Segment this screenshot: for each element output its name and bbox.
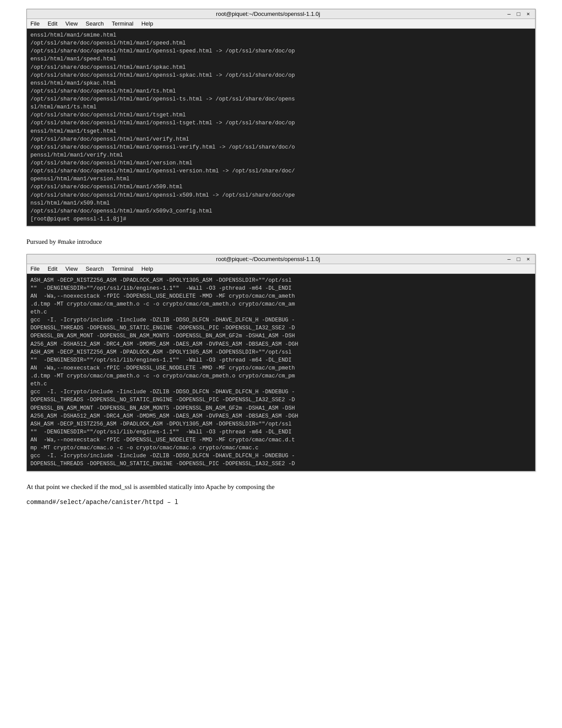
menu-help-1[interactable]: Help	[141, 20, 153, 27]
close-button-1[interactable]: ×	[525, 11, 532, 17]
terminal-menubar-2: File Edit View Search Terminal Help	[27, 264, 535, 274]
menu-file-2[interactable]: File	[30, 265, 40, 272]
menu-terminal-1[interactable]: Terminal	[112, 20, 134, 27]
window-controls-2: – □ ×	[506, 256, 532, 262]
terminal-title-2: root@piquet:~/Documents/openssl-1.1.0j	[30, 256, 506, 262]
maximize-button-1[interactable]: □	[515, 11, 522, 17]
minimize-button-2[interactable]: –	[506, 256, 512, 262]
terminal-menubar-1: File Edit View Search Terminal Help	[27, 19, 535, 29]
close-button-2[interactable]: ×	[525, 256, 532, 262]
menu-edit-2[interactable]: Edit	[48, 265, 57, 272]
prose-code-1: command#/select/apache/canister/httpd – …	[26, 499, 536, 506]
prose-paragraph-1: Pursued by #make introduce	[26, 237, 536, 247]
menu-search-1[interactable]: Search	[86, 20, 104, 27]
terminal-body-1: enssl/html/man1/smime.html /opt/ssl/shar…	[27, 29, 535, 226]
prose-paragraph-2: At that point we checked if the mod_ssl …	[26, 482, 536, 492]
terminal-titlebar-2: root@piquet:~/Documents/openssl-1.1.0j –…	[27, 254, 535, 264]
menu-file-1[interactable]: File	[30, 20, 40, 27]
menu-edit-1[interactable]: Edit	[48, 20, 57, 27]
terminal-window-1: root@piquet:~/Documents/openssl-1.1.0j –…	[26, 9, 536, 226]
terminal-title-1: root@piquet:~/Documents/openssl-1.1.0j	[30, 11, 506, 17]
menu-view-2[interactable]: View	[65, 265, 78, 272]
minimize-button-1[interactable]: –	[506, 11, 512, 17]
menu-terminal-2[interactable]: Terminal	[112, 265, 134, 272]
menu-help-2[interactable]: Help	[141, 265, 153, 272]
terminal-window-2: root@piquet:~/Documents/openssl-1.1.0j –…	[26, 254, 536, 471]
window-controls-1: – □ ×	[506, 11, 532, 17]
terminal-body-2: ASH_ASM -DECP_NISTZ256_ASM -DPADLOCK_ASM…	[27, 274, 535, 471]
maximize-button-2[interactable]: □	[515, 256, 522, 262]
terminal-titlebar-1: root@piquet:~/Documents/openssl-1.1.0j –…	[27, 9, 535, 19]
menu-view-1[interactable]: View	[65, 20, 78, 27]
menu-search-2[interactable]: Search	[86, 265, 104, 272]
